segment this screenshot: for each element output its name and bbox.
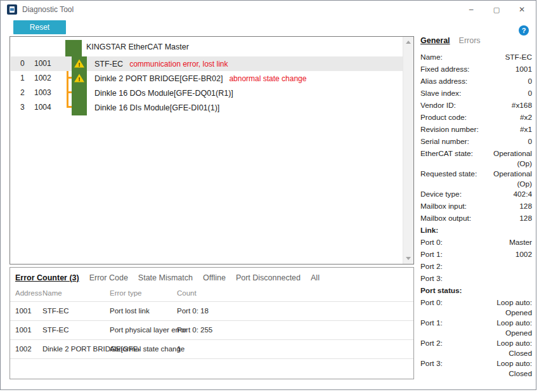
column-header-name: Name bbox=[42, 285, 62, 301]
scrollbar-up-icon[interactable] bbox=[406, 41, 411, 44]
detail-row-serial-number: Serial number:0 bbox=[420, 137, 532, 149]
details-tabs: General Errors bbox=[420, 36, 532, 45]
detail-row-ethercat-state: EtherCAT state:Operational (Op) bbox=[420, 149, 532, 169]
tab-general[interactable]: General bbox=[420, 36, 450, 45]
node-label: Dinkle 16 DOs Module[GFE-DQ01(R1)] bbox=[94, 89, 233, 98]
detail-row-mailbox-output: Mailbox output:128 bbox=[420, 214, 532, 226]
node-index: 3 bbox=[20, 100, 25, 115]
detail-row-status-port3: Port 3:Loop auto: Closed bbox=[420, 359, 532, 379]
tree-row-dos-module[interactable]: 2 1003 Dinkle 16 DOs Module[GFE-DQ01(R1)… bbox=[11, 86, 403, 100]
table-row[interactable]: 1002 Dinkle 2 PORT BRIDGE[GFE- Abnormal … bbox=[10, 339, 413, 358]
tree-row-bridge[interactable]: 1 1002 ! Dinkle 2 PORT BRIDGE[GFE-BR02] … bbox=[11, 71, 403, 86]
detail-row-fixed-address: Fixed address:1001 bbox=[420, 65, 532, 77]
tab-offline[interactable]: Offline bbox=[203, 273, 226, 282]
tree-row-master[interactable]: KINGSTAR EtherCAT Master bbox=[11, 38, 403, 56]
detail-section-link: Link: bbox=[420, 226, 532, 238]
error-panel: Error Counter (3) Error Code State Misma… bbox=[10, 267, 414, 379]
error-tabs: Error Counter (3) Error Code State Misma… bbox=[15, 273, 413, 282]
reset-button[interactable]: Reset bbox=[13, 20, 66, 34]
detail-row-link-port3: Port 3: bbox=[420, 274, 532, 286]
warning-exclamation: ! bbox=[79, 62, 81, 68]
tab-errors[interactable]: Errors bbox=[459, 36, 481, 45]
node-address: 1001 bbox=[34, 56, 51, 71]
app-icon bbox=[7, 4, 17, 15]
cell-count: 1 bbox=[177, 340, 181, 358]
detail-row-product-code: Product code:#x2 bbox=[420, 113, 532, 125]
detail-row-status-port1: Port 1:Loop auto: Opened bbox=[420, 318, 532, 339]
cell-address: 1001 bbox=[15, 302, 32, 320]
cell-error-type: Abnormal state change bbox=[110, 340, 185, 358]
tree-master-label: KINGSTAR EtherCAT Master bbox=[86, 42, 189, 51]
detail-row-name: Name:STF-EC bbox=[420, 53, 532, 65]
detail-row-link-port1: Port 1:1002 bbox=[420, 250, 532, 262]
close-button[interactable]: ✕ bbox=[509, 1, 535, 18]
help-icon[interactable]: ? bbox=[519, 25, 529, 36]
master-node-icon bbox=[65, 40, 82, 56]
node-address: 1003 bbox=[34, 86, 51, 100]
window-controls: – ▢ ✕ bbox=[458, 1, 535, 18]
node-label: Dinkle 2 PORT BRIDGE[GFE-BR02] bbox=[94, 74, 223, 83]
tab-error-counter[interactable]: Error Counter (3) bbox=[15, 273, 79, 282]
device-node-icon bbox=[72, 86, 87, 101]
cell-name: STF-EC bbox=[42, 321, 69, 339]
window-title: Diagnostic Tool bbox=[22, 1, 74, 18]
table-row[interactable]: 1001 STF-EC Port physical layer error Po… bbox=[10, 320, 413, 339]
scrollbar-down-icon[interactable] bbox=[406, 257, 411, 260]
node-error-text: abnormal state change bbox=[229, 74, 306, 83]
tab-all[interactable]: All bbox=[311, 273, 320, 282]
cell-name: STF-EC bbox=[42, 302, 69, 320]
detail-row-vendor-id: Vendor ID:#x168 bbox=[420, 101, 532, 113]
cell-error-type: Port lost link bbox=[110, 302, 150, 320]
tab-error-code[interactable]: Error Code bbox=[89, 273, 128, 282]
maximize-button[interactable]: ▢ bbox=[484, 1, 509, 18]
device-node-icon bbox=[72, 100, 87, 115]
cell-count: Port 0: 255 bbox=[177, 321, 212, 339]
column-header-error-type: Error type bbox=[110, 285, 142, 301]
tree-row-dis-module[interactable]: 3 1004 Dinkle 16 DIs Module[GFE-DI01(1)] bbox=[11, 100, 403, 115]
detail-fields: Name:STF-EC Fixed address:1001 Alias add… bbox=[420, 53, 532, 379]
detail-row-slave-index: Slave index:0 bbox=[420, 89, 532, 101]
detail-row-status-port2: Port 2:Loop auto: Closed bbox=[420, 339, 532, 359]
details-panel: General Errors Name:STF-EC Fixed address… bbox=[420, 36, 532, 379]
minimize-button[interactable]: – bbox=[458, 1, 484, 18]
detail-row-alias-address: Alias address:0 bbox=[420, 77, 532, 89]
detail-section-port-status: Port status: bbox=[420, 286, 532, 298]
node-error-text: communication error, lost link bbox=[129, 60, 228, 69]
cell-error-type: Port physical layer error bbox=[110, 321, 186, 339]
error-table-header: Address Name Error type Count bbox=[10, 285, 413, 301]
detail-row-mailbox-input: Mailbox input:128 bbox=[420, 202, 532, 214]
detail-row-link-port0: Port 0:Master bbox=[420, 238, 532, 250]
detail-row-revision-number: Revision number:#x1 bbox=[420, 125, 532, 137]
detail-row-link-port2: Port 2: bbox=[420, 262, 532, 274]
warning-exclamation: ! bbox=[79, 76, 81, 82]
title-bar: Diagnostic Tool – ▢ ✕ bbox=[1, 1, 536, 18]
device-node-icon: ! bbox=[72, 71, 87, 86]
node-address: 1004 bbox=[34, 100, 51, 115]
table-row[interactable]: 1001 STF-EC Port lost link Port 0: 18 bbox=[10, 301, 413, 320]
tree-row-stf-ec[interactable]: 0 1001 ! STF-EC communication error, los… bbox=[11, 56, 403, 71]
table-end-divider bbox=[10, 358, 413, 359]
node-label: Dinkle 16 DIs Module[GFE-DI01(1)] bbox=[94, 103, 219, 112]
detail-row-requested-state: Requested state:Operational (Op) bbox=[420, 169, 532, 190]
detail-row-status-port0: Port 0:Loop auto: Opened bbox=[420, 298, 532, 318]
node-index: 2 bbox=[20, 86, 25, 100]
column-header-count: Count bbox=[177, 285, 197, 301]
cell-address: 1002 bbox=[15, 340, 32, 358]
detail-row-device-type: Device type:402:4 bbox=[420, 190, 532, 202]
device-tree: KINGSTAR EtherCAT Master 0 1001 ! STF-EC… bbox=[10, 37, 403, 264]
node-index: 1 bbox=[20, 71, 25, 86]
cell-address: 1001 bbox=[15, 321, 32, 339]
tab-state-mismatch[interactable]: State Mismatch bbox=[138, 273, 193, 282]
tab-port-disconnected[interactable]: Port Disconnected bbox=[236, 273, 301, 282]
diagnostic-tool-window: Diagnostic Tool – ▢ ✕ Reset ? KINGSTAR E… bbox=[0, 0, 536, 390]
node-index: 0 bbox=[20, 56, 25, 71]
cell-count: Port 0: 18 bbox=[177, 302, 209, 320]
device-tree-panel: KINGSTAR EtherCAT Master 0 1001 ! STF-EC… bbox=[10, 36, 414, 265]
node-address: 1002 bbox=[34, 71, 51, 86]
tree-scrollbar[interactable] bbox=[403, 37, 413, 264]
column-header-address: Address bbox=[15, 285, 42, 301]
device-node-icon: ! bbox=[72, 56, 87, 72]
node-label: STF-EC bbox=[94, 60, 123, 69]
